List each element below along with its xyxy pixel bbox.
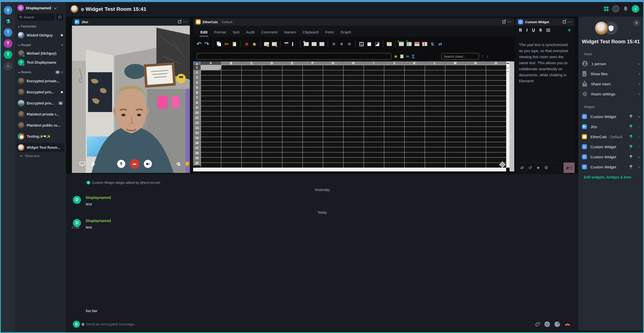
room-avatar[interactable] — [595, 22, 608, 35]
hangup-button[interactable] — [130, 159, 139, 169]
copy-icon[interactable] — [216, 41, 222, 48]
sheet-cells[interactable] — [201, 65, 506, 168]
camera-button[interactable] — [144, 160, 152, 168]
section-people[interactable]: People + — [17, 43, 63, 47]
space-avatar-t2[interactable]: T — [4, 39, 12, 48]
pin-icon[interactable] — [629, 165, 633, 169]
user-menu[interactable]: D Displayname2 — [17, 5, 63, 11]
delete-row-icon[interactable] — [413, 41, 420, 48]
jitsi-widget-header[interactable]: Jitsi ··· — [72, 18, 190, 26]
tab-names[interactable]: Names — [281, 30, 299, 37]
room-item[interactable]: Plaintext private r... — [16, 110, 64, 119]
row-header-5[interactable]: 5 — [193, 85, 201, 90]
space-flask-avatar[interactable]: ⚗ — [4, 17, 12, 26]
delete-icon[interactable]: × — [243, 41, 250, 48]
fill-handle[interactable] — [220, 69, 221, 70]
space-user-avatar[interactable]: V — [4, 6, 12, 15]
row-header-12[interactable]: 12 — [193, 120, 201, 125]
swap-icon[interactable]: ⇄ — [518, 165, 526, 170]
pin-icon[interactable] — [629, 135, 633, 139]
sigma-icon[interactable]: Σ — [412, 54, 415, 59]
tab-format[interactable]: Format — [211, 30, 229, 37]
info-button[interactable]: i — [632, 5, 639, 13]
edit-widgets-link[interactable]: Edit widgets, bridges & bots — [584, 175, 631, 179]
star-icon[interactable]: ★ — [534, 165, 542, 170]
column-header-L[interactable]: L — [425, 61, 445, 65]
column-header-O[interactable]: O — [486, 61, 506, 65]
sticker-icon[interactable] — [554, 321, 560, 327]
insert-table-icon[interactable]: ★ — [303, 41, 310, 48]
row-header-18[interactable]: 18 — [193, 151, 201, 156]
align-center-icon[interactable]: ≡ — [338, 41, 345, 48]
formula-input[interactable] — [197, 53, 391, 60]
italic-button[interactable]: I — [526, 28, 528, 32]
mute-mic-button[interactable] — [117, 160, 125, 168]
share-menu-item[interactable]: Share room › — [582, 79, 640, 89]
row-header-19[interactable]: 19 — [193, 156, 201, 161]
custom-widget-header[interactable]: Custom Widget ··· — [516, 18, 575, 26]
column-header-C[interactable]: C — [241, 61, 262, 65]
column-header-F[interactable]: F — [303, 61, 323, 65]
move-resize-handle[interactable] — [499, 161, 506, 168]
ethercalc-widget-header[interactable]: EtherCalc - Default ··· — [193, 18, 514, 26]
close-icon[interactable]: ✕ — [633, 20, 640, 26]
insert-col-icon[interactable]: + — [406, 41, 412, 48]
show-less-button[interactable]: Show less — [25, 154, 40, 158]
paste-icon[interactable] — [231, 41, 238, 48]
row-header-13[interactable]: 13 — [193, 125, 201, 130]
tab-comment[interactable]: Comment — [258, 30, 281, 37]
room-item[interactable]: Encrypted priv... 6 — [16, 99, 64, 108]
tab-sort[interactable]: Sort — [229, 30, 243, 37]
align-left-icon[interactable]: ≡ — [330, 41, 337, 48]
popout-icon[interactable] — [502, 20, 505, 23]
row-header-14[interactable]: 14 — [193, 130, 201, 135]
wand-icon[interactable]: ★ — [251, 41, 258, 48]
column-header-G[interactable]: G — [323, 61, 343, 65]
notifications-bell-icon[interactable] — [623, 6, 628, 12]
row-header-17[interactable]: 17 — [193, 145, 201, 151]
emoji-icon[interactable] — [544, 321, 550, 327]
room-item[interactable]: Encrypted priv... — [16, 88, 64, 97]
vertical-scrollbar[interactable] — [506, 61, 509, 168]
save-corner-button[interactable] — [193, 61, 201, 65]
selected-cell-A1[interactable] — [201, 65, 221, 70]
wand-icon[interactable]: ★ — [394, 54, 398, 59]
widget-list-item[interactable]: Jitsi › — [582, 122, 640, 131]
security-shield-icon[interactable] — [185, 161, 190, 166]
column-header-N[interactable]: N — [465, 61, 486, 65]
horizontal-scrollbar[interactable] — [193, 168, 506, 171]
row-header-8[interactable]: 8 — [193, 100, 201, 105]
search-down-icon[interactable]: ↓ — [486, 54, 489, 59]
widget-menu-icon[interactable]: ··· — [183, 20, 187, 24]
tab-audit[interactable]: Audit — [243, 30, 258, 37]
row-header-11[interactable]: 11 — [193, 115, 201, 120]
search-button[interactable] — [612, 5, 620, 13]
hangup-call-icon[interactable] — [564, 323, 571, 326]
popout-icon[interactable] — [563, 20, 566, 23]
cut-icon[interactable]: ✂ — [223, 41, 230, 48]
explore-rooms-button[interactable] — [56, 14, 63, 21]
apps-grid-icon[interactable] — [604, 7, 609, 11]
room-item-michael[interactable]: Michael (t3chguy) — [16, 49, 64, 58]
insert-row-icon[interactable]: + — [398, 41, 405, 48]
widget-menu-icon[interactable]: ··· — [507, 20, 512, 24]
tab-clipboard[interactable]: Clipboard — [299, 30, 322, 37]
section-rooms[interactable]: Rooms 6 + — [17, 70, 63, 75]
strikethrough-button[interactable]: S — [539, 28, 542, 32]
widget-list-item[interactable]: Custom Widget › — [582, 162, 640, 172]
files-menu-item[interactable]: Show files › — [582, 69, 640, 79]
space-avatar-t1[interactable]: T — [4, 28, 12, 37]
fill-right-icon[interactable]: → — [291, 41, 297, 48]
background-icon[interactable] — [366, 41, 373, 48]
row-header-9[interactable]: 9 — [193, 105, 201, 110]
align-right-icon[interactable]: ≡ — [346, 41, 353, 48]
column-header-K[interactable]: K — [404, 61, 425, 65]
pin-icon[interactable] — [629, 145, 633, 149]
widget-list-item[interactable]: Custom Widget › — [582, 152, 640, 162]
search-up-icon[interactable]: ↑ — [482, 54, 484, 59]
raise-hand-icon[interactable] — [91, 161, 95, 166]
column-header-D[interactable]: D — [262, 61, 282, 65]
room-avatar[interactable] — [71, 5, 78, 13]
delete-col-icon[interactable] — [421, 41, 428, 48]
row-header-6[interactable]: 6 — [193, 90, 201, 95]
